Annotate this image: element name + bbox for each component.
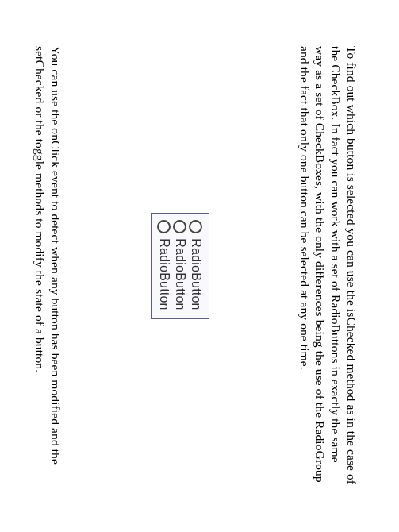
radio-circle-icon bbox=[189, 220, 202, 233]
radio-label: RadioButton bbox=[173, 238, 187, 310]
radio-item[interactable]: RadioButton bbox=[157, 220, 171, 310]
radio-group: RadioButton RadioButton RadioButton bbox=[151, 213, 209, 318]
radio-label: RadioButton bbox=[157, 238, 171, 310]
radio-item[interactable]: RadioButton bbox=[173, 220, 187, 310]
paragraph-bottom: You can use the onClick event to detect … bbox=[32, 46, 63, 486]
paragraph-top: To find out which button is selected you… bbox=[297, 46, 359, 486]
radio-circle-icon bbox=[157, 220, 171, 233]
radio-item[interactable]: RadioButton bbox=[189, 220, 203, 310]
page-content: To find out which button is selected you… bbox=[0, 0, 399, 532]
radio-circle-icon bbox=[173, 220, 186, 233]
figure-wrap: RadioButton RadioButton RadioButton bbox=[63, 46, 297, 486]
radio-label: RadioButton bbox=[189, 238, 203, 310]
